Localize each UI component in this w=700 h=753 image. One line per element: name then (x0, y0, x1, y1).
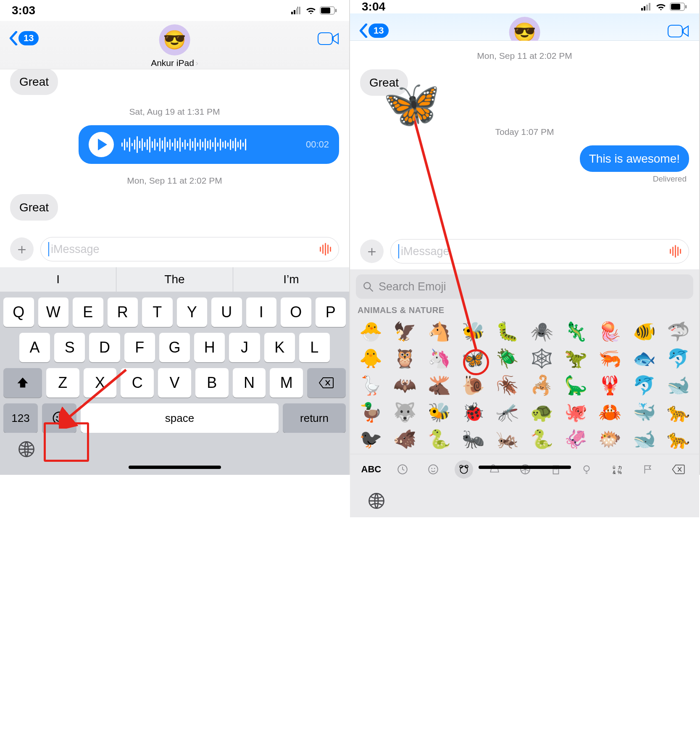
key-y[interactable]: Y (177, 298, 208, 327)
audio-message[interactable]: 00:02 (79, 125, 339, 164)
back-button[interactable]: 13 (9, 31, 39, 45)
backspace-key[interactable] (307, 368, 346, 398)
key-l[interactable]: L (299, 333, 330, 362)
key-k[interactable]: K (264, 333, 295, 362)
emoji-cell[interactable]: 🦞 (593, 373, 626, 398)
butterfly-sticker[interactable]: 🦋 (383, 77, 440, 131)
emoji-cell[interactable]: 🦎 (559, 319, 592, 344)
space-key[interactable]: space (81, 403, 279, 433)
animals-tab[interactable] (455, 460, 473, 479)
emoji-cell[interactable]: 🐣 (354, 319, 387, 344)
recents-tab[interactable] (393, 460, 412, 479)
emoji-cell[interactable]: 🐍 (525, 427, 558, 451)
objects-tab[interactable] (577, 460, 596, 479)
message-thread[interactable]: Mon, Sep 11 at 2:02 PM Great Today 1:07 … (350, 41, 699, 234)
emoji-cell[interactable]: 🐆 (662, 427, 695, 451)
message-input[interactable]: iMessage (40, 237, 339, 261)
back-button[interactable]: 13 (359, 24, 389, 38)
emoji-cell[interactable]: 🦐 (593, 346, 626, 371)
key-e[interactable]: E (73, 298, 103, 327)
emoji-cell[interactable]: 🦑 (559, 427, 592, 451)
key-d[interactable]: D (89, 333, 120, 362)
emoji-cell[interactable]: 🦖 (559, 346, 592, 371)
message-input[interactable]: iMessage (390, 239, 689, 263)
food-tab[interactable] (485, 460, 504, 479)
emoji-cell[interactable]: 🐴 (423, 319, 456, 344)
emoji-cell[interactable]: 🐟 (627, 346, 661, 371)
key-r[interactable]: R (108, 298, 138, 327)
travel-tab[interactable] (547, 460, 565, 479)
contact-header[interactable]: 😎 Ankur iPad› (151, 24, 198, 68)
activity-tab[interactable] (516, 460, 534, 479)
key-p[interactable]: P (316, 298, 346, 327)
message-thread[interactable]: Great Sat, Aug 19 at 1:31 PM 00:02 Mon, … (0, 69, 349, 232)
key-t[interactable]: T (142, 298, 173, 327)
emoji-cell[interactable]: 🦈 (662, 319, 695, 344)
emoji-cell[interactable]: 🐡 (593, 427, 626, 451)
emoji-cell[interactable]: 🐳 (627, 400, 661, 424)
key-g[interactable]: G (159, 333, 190, 362)
message-out[interactable]: This is awesome! (580, 145, 689, 172)
message-in[interactable]: Great (10, 194, 58, 221)
key-b[interactable]: B (195, 368, 229, 398)
globe-icon[interactable] (368, 492, 385, 510)
play-button[interactable] (89, 132, 114, 157)
key-i[interactable]: I (246, 298, 277, 327)
emoji-cell[interactable]: 🦉 (388, 346, 421, 371)
abc-key[interactable]: ABC (361, 460, 382, 479)
dictation-icon[interactable] (670, 245, 681, 258)
key-u[interactable]: U (211, 298, 242, 327)
emoji-cell[interactable]: 🦂 (525, 373, 558, 398)
emoji-cell[interactable]: 🕸️ (525, 346, 558, 371)
emoji-cell[interactable]: 🦄 (423, 346, 456, 371)
backspace-key[interactable] (669, 460, 688, 479)
smileys-tab[interactable] (424, 460, 442, 479)
key-w[interactable]: W (38, 298, 69, 327)
emoji-cell[interactable]: 🫎 (423, 373, 456, 398)
emoji-cell[interactable]: 🐛 (491, 319, 524, 344)
suggestion[interactable]: I (0, 267, 116, 292)
emoji-cell[interactable]: 🪿 (354, 373, 387, 398)
key-n[interactable]: N (233, 368, 266, 398)
key-q[interactable]: Q (3, 298, 34, 327)
key-v[interactable]: V (158, 368, 191, 398)
facetime-button[interactable] (667, 24, 690, 40)
emoji-cell[interactable]: 🐢 (525, 400, 558, 424)
shift-key[interactable] (3, 368, 42, 398)
emoji-cell[interactable]: 🐺 (388, 400, 421, 424)
key-o[interactable]: O (281, 298, 311, 327)
emoji-cell[interactable]: 🐋 (627, 427, 661, 451)
symbols-tab[interactable]: üカ&% (608, 460, 626, 479)
emoji-cell[interactable]: 🐞 (457, 400, 490, 424)
key-a[interactable]: A (19, 333, 50, 362)
plus-button[interactable]: ＋ (360, 240, 384, 263)
emoji-cell[interactable]: 🐋 (662, 373, 695, 398)
plus-button[interactable]: ＋ (10, 237, 34, 261)
emoji-cell[interactable]: 🐍 (423, 427, 456, 451)
emoji-cell[interactable]: 🪳 (491, 373, 524, 398)
emoji-cell[interactable]: 🦀 (593, 400, 626, 424)
key-s[interactable]: S (54, 333, 85, 362)
emoji-cell[interactable]: 🐗 (388, 427, 421, 451)
suggestion[interactable]: I’m (233, 267, 349, 292)
emoji-cell[interactable]: 🐬 (662, 346, 695, 371)
emoji-cell[interactable]: 🐬 (627, 373, 661, 398)
emoji-cell[interactable]: 🐥 (354, 346, 387, 371)
key-f[interactable]: F (124, 333, 155, 362)
emoji-search[interactable]: Search Emoji (356, 274, 693, 299)
facetime-button[interactable] (317, 31, 340, 48)
emoji-cell[interactable]: 🐜 (457, 427, 490, 451)
number-key[interactable]: 123 (3, 403, 38, 433)
key-x[interactable]: X (84, 368, 117, 398)
emoji-cell[interactable]: 🪲 (491, 346, 524, 371)
key-h[interactable]: H (194, 333, 225, 362)
emoji-cell[interactable]: 🐆 (662, 400, 695, 424)
key-m[interactable]: M (270, 368, 303, 398)
emoji-cell[interactable]: 🐝 (457, 319, 490, 344)
emoji-cell[interactable]: 🐙 (559, 400, 592, 424)
key-c[interactable]: C (121, 368, 154, 398)
emoji-cell[interactable]: 🕷️ (525, 319, 558, 344)
globe-icon[interactable] (18, 440, 35, 458)
flags-tab[interactable] (639, 460, 657, 479)
suggestion[interactable]: The (116, 267, 233, 292)
